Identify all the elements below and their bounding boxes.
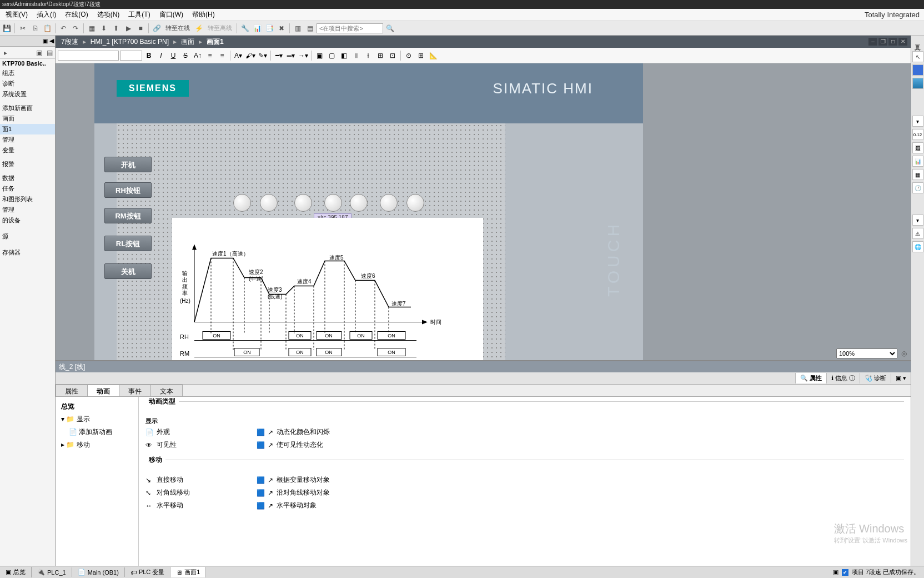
anim-move-horiz2[interactable]: 🟦↗水平移动对象 <box>257 501 345 510</box>
anim-nav[interactable]: 总览 ▾ 📁 显示 📄 添加新动画 ▸ 📁 移动 <box>56 397 139 566</box>
tree-item[interactable]: 的设备 <box>0 215 55 226</box>
pointer-tool-icon[interactable]: ↖ <box>912 51 923 62</box>
tree-item[interactable]: 诊断 <box>0 78 55 89</box>
tab-text[interactable]: 文本 <box>150 385 183 396</box>
sb-tab-main[interactable]: 📄 Main (OB1) <box>72 567 125 577</box>
download-icon[interactable]: ⬇ <box>98 23 109 34</box>
redo-icon[interactable]: ↷ <box>70 23 81 34</box>
hmi-button-rm[interactable]: RM按钮 <box>104 208 152 223</box>
tool-a-icon[interactable]: 🔧 <box>239 23 250 34</box>
menu-options[interactable]: 选项(N) <box>93 9 124 21</box>
anim-move-diag2[interactable]: 🟦↗沿对角线移动对象 <box>257 488 345 497</box>
align-left-icon[interactable]: ≡ <box>204 50 215 61</box>
compile-icon[interactable]: ▦ <box>86 23 97 34</box>
tool-b-icon[interactable]: 📊 <box>252 23 263 34</box>
align-b-icon[interactable]: ⫲ <box>363 50 374 61</box>
line-end-icon[interactable]: →▾ <box>298 50 309 61</box>
strike-button[interactable]: S <box>180 50 191 61</box>
project-search-input[interactable] <box>317 23 383 33</box>
sb-tab-overview[interactable]: ▣ 总览 <box>0 567 32 577</box>
indicator-light[interactable] <box>406 194 424 212</box>
go-online-label[interactable]: 转至在线 <box>163 24 192 32</box>
bold-button[interactable]: B <box>143 50 154 61</box>
anim-direct-move[interactable]: ↘直接移动 <box>145 475 234 485</box>
indicator-light[interactable] <box>233 194 251 212</box>
tree-item[interactable]: 存储器 <box>0 247 55 258</box>
dropdown2-icon[interactable]: ▾ <box>912 215 923 226</box>
fill-icon[interactable]: ◧ <box>338 50 349 61</box>
fontsize-up-icon[interactable]: A↑ <box>192 50 203 61</box>
nav-move[interactable]: ▸ 📁 移动 <box>59 439 135 451</box>
tree-item[interactable]: 任务 <box>0 183 55 194</box>
anim-horiz-move[interactable]: ↔水平移动 <box>145 501 234 510</box>
nav-display[interactable]: ▾ 📁 显示 <box>59 413 135 426</box>
tab-diag[interactable]: 🩺诊断 <box>860 373 891 383</box>
tree-item[interactable]: 管理 <box>0 134 55 145</box>
menu-view[interactable]: 视图(V) <box>1 9 32 21</box>
indicator-light[interactable] <box>380 194 398 212</box>
tab-info[interactable]: ℹ信息 ⓘ <box>826 373 860 383</box>
anim-dyn-vis[interactable]: 🟦↗使可见性动态化 <box>257 440 345 450</box>
hmi-button-rl[interactable]: RL按钮 <box>104 236 152 251</box>
tree-item[interactable]: 源 <box>0 231 55 242</box>
indicator-light[interactable] <box>260 194 278 212</box>
breadcrumb[interactable]: 画面 <box>179 37 197 47</box>
restore-icon[interactable]: ❐ <box>878 38 887 46</box>
breadcrumb[interactable]: 7段速 <box>59 37 81 47</box>
tree-item[interactable]: 系统设置 <box>0 89 55 99</box>
menu-help[interactable]: 帮助(H) <box>188 9 219 21</box>
cut-icon[interactable]: ✂ <box>17 23 28 34</box>
distribute-icon[interactable]: ⊞ <box>375 50 386 61</box>
hmi-button-off[interactable]: 关机 <box>104 263 152 279</box>
speed-chart-image[interactable]: 输 出 频 率 (Hz) 时间 速度1（高速） 速度2(中速) 速度3(低速) … <box>172 218 483 360</box>
tool-c-icon[interactable]: 📑 <box>264 23 275 34</box>
tab-attr[interactable]: 属性 <box>56 385 88 396</box>
upload-icon[interactable]: ⬆ <box>111 23 122 34</box>
hmi-button-on[interactable]: 开机 <box>104 157 152 172</box>
ruler-icon[interactable]: 📐 <box>428 50 439 61</box>
italic-button[interactable]: I <box>155 50 167 61</box>
tab-anim[interactable]: 动画 <box>87 385 119 396</box>
globe-tool-icon[interactable]: 🌐 <box>912 241 923 252</box>
chart-tool-icon[interactable]: 📊 <box>912 156 923 167</box>
minimize-icon[interactable]: – <box>868 38 877 46</box>
zoom-select[interactable]: 100% <box>836 348 897 358</box>
menu-tools[interactable]: 工具(T) <box>124 9 154 21</box>
project-tree[interactable]: KTP700 Basic.. 组态 诊断 系统设置 添加新画面 画面 面1 管理… <box>0 59 55 566</box>
tree-item[interactable]: 画面 <box>0 113 55 124</box>
fill-color-icon[interactable]: 🖌▾ <box>245 50 256 61</box>
grid-icon[interactable]: ⊞ <box>415 50 426 61</box>
tree-expand-icon[interactable]: ▸ <box>1 48 10 57</box>
tab-events[interactable]: 事件 <box>119 385 151 396</box>
menu-online[interactable]: 在线(O) <box>61 9 92 21</box>
rect-tool-icon[interactable] <box>912 64 923 76</box>
hmi-button-rh[interactable]: RH按钮 <box>104 182 152 198</box>
copy-icon[interactable]: ⎘ <box>29 23 41 34</box>
zoom-fit-icon[interactable]: ⊙ <box>403 50 414 61</box>
layout-icon[interactable]: ▣ <box>833 569 838 576</box>
tree-item[interactable]: 和图形列表 <box>0 194 55 205</box>
search-icon[interactable]: 🔍 <box>384 23 395 34</box>
tree-view-a-icon[interactable]: ▣ <box>34 48 43 57</box>
gradient-tool-icon[interactable] <box>912 78 923 89</box>
sb-tab-screen[interactable]: 🖥 画面1 <box>170 567 206 577</box>
font-family-select[interactable] <box>58 51 119 61</box>
warning-tool-icon[interactable]: ⚠ <box>912 228 923 239</box>
breadcrumb[interactable]: HMI_1 [KTP700 Basic PN] <box>88 38 171 46</box>
tree-item[interactable]: 添加新画面 <box>0 103 55 113</box>
tree-device[interactable]: KTP700 Basic.. <box>0 59 55 68</box>
layout-a-icon[interactable]: ▥ <box>292 23 303 34</box>
stop-icon[interactable]: ■ <box>135 23 146 34</box>
tree-item[interactable]: 报警 <box>0 159 55 170</box>
sim-icon[interactable]: ▶ <box>123 23 134 34</box>
close-icon[interactable]: ✕ <box>898 38 907 46</box>
sb-tab-plcvar[interactable]: 🏷 PLC 变量 <box>125 567 170 577</box>
indicator-light[interactable] <box>350 194 368 212</box>
zoom-reset-icon[interactable]: ◎ <box>898 348 910 359</box>
line-color-icon[interactable]: ✎▾ <box>257 50 268 61</box>
clock-tool-icon[interactable]: 🕐 <box>912 182 923 193</box>
anim-visibility[interactable]: 👁可见性 <box>145 440 234 450</box>
font-size-select[interactable] <box>120 51 142 61</box>
table-tool-icon[interactable]: ▦ <box>912 169 923 180</box>
layout-b-icon[interactable]: ▤ <box>304 23 315 34</box>
